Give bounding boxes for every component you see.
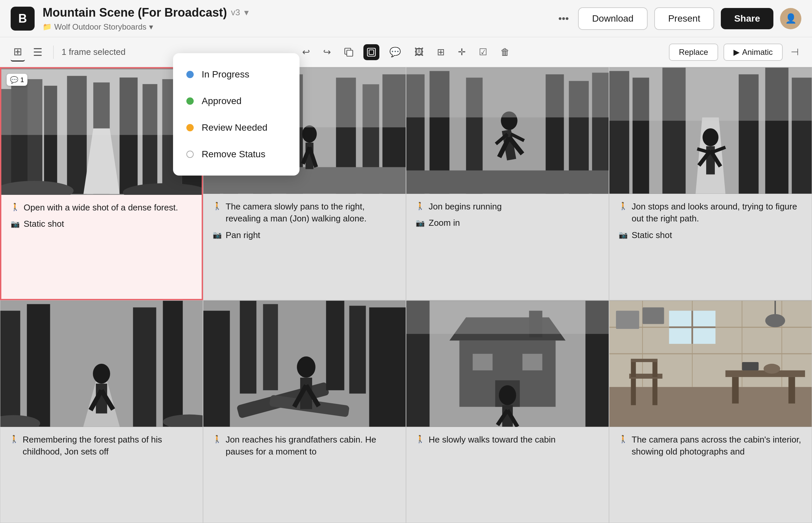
version-chevron-icon[interactable]: ▾ — [244, 8, 248, 17]
svg-rect-69 — [163, 301, 183, 427]
frame-2-camera: 📷 Pan right — [213, 230, 396, 240]
project-title: Mountain Scene (For Broadcast) — [42, 6, 227, 20]
frame-4[interactable]: 🚶 Jon stops and looks around, trying to … — [609, 67, 812, 300]
comment-button[interactable]: 💬 — [386, 43, 404, 61]
svg-rect-129 — [616, 311, 639, 329]
frame-5-image — [0, 301, 203, 427]
frame-1-camera: 📷 Static shot — [11, 219, 192, 229]
logo: B — [11, 7, 35, 31]
toolbar-divider — [53, 46, 54, 59]
frame-5-info: 🚶 Remembering the forest paths of his ch… — [0, 427, 203, 523]
frame-4-action-text: Jon stops and looks around, trying to fi… — [632, 200, 802, 225]
frame-8-image — [609, 301, 812, 427]
version-tag: v3 — [231, 7, 240, 18]
svg-rect-2 — [367, 48, 375, 56]
svg-rect-105 — [609, 387, 812, 427]
breadcrumb-chevron-icon[interactable]: ▾ — [149, 22, 153, 32]
comment-number: 1 — [20, 76, 24, 84]
status-in-progress[interactable]: In Progress — [173, 61, 299, 88]
frame-8-info: 🚶 The camera pans across the cabin's int… — [609, 427, 812, 523]
add-frame-button[interactable]: ⊞ — [434, 43, 448, 61]
delete-button[interactable]: 🗑 — [497, 43, 513, 61]
frame-6-action-text: Jon reaches his grandfathers cabin. He p… — [226, 434, 396, 458]
frame-6-info: 🚶 Jon reaches his grandfathers cabin. He… — [203, 427, 406, 523]
download-button[interactable]: Download — [578, 7, 647, 30]
svg-rect-119 — [631, 379, 636, 405]
grid-view-icon[interactable]: ⊞ — [11, 42, 25, 61]
replace-button[interactable]: Replace — [669, 43, 718, 61]
svg-rect-89 — [349, 306, 366, 394]
play-icon: ▶ — [733, 48, 740, 57]
action-icon: 🚶 — [11, 203, 20, 212]
copy-frame-button[interactable] — [341, 44, 357, 60]
frame-5[interactable]: 🚶 Remembering the forest paths of his ch… — [0, 300, 203, 523]
svg-rect-120 — [653, 379, 658, 405]
comment-indicator: 💬 1 — [7, 74, 27, 86]
action-icon-5: 🚶 — [10, 435, 19, 444]
svg-point-99 — [499, 385, 516, 405]
frame-7[interactable]: 🚶 He slowly walks toward the cabin — [406, 300, 609, 523]
frame-7-action: 🚶 He slowly walks toward the cabin — [416, 434, 599, 446]
frame-2-camera-text: Pan right — [226, 230, 260, 240]
svg-rect-66 — [0, 311, 20, 427]
add-image-button[interactable]: 🖼 — [411, 43, 427, 61]
frame-1[interactable]: 💬 1 🚶 Open with a wide shot of a dense f… — [0, 67, 203, 300]
svg-rect-16 — [1, 69, 202, 135]
svg-rect-40 — [406, 170, 609, 194]
in-progress-label: In Progress — [202, 69, 249, 80]
action-icon-4: 🚶 — [619, 202, 628, 211]
user-avatar[interactable]: 👤 — [780, 8, 801, 29]
action-icon-8: 🚶 — [619, 435, 628, 444]
share-button[interactable]: Share — [721, 8, 773, 29]
approve-button[interactable]: ☑ — [476, 43, 490, 61]
frame-6-image — [203, 301, 406, 427]
frame-8[interactable]: 🚶 The camera pans across the cabin's int… — [609, 300, 812, 523]
frame-4-camera: 📷 Static shot — [619, 230, 802, 240]
folder-icon: 📁 — [42, 23, 52, 31]
present-button[interactable]: Present — [654, 7, 714, 30]
more-button[interactable]: ••• — [556, 10, 572, 27]
move-button[interactable]: ✛ — [454, 43, 469, 61]
undo-button[interactable]: ↩ — [299, 43, 313, 61]
svg-rect-3 — [369, 50, 374, 55]
svg-rect-95 — [522, 354, 542, 371]
svg-rect-78 — [203, 311, 230, 427]
camera-icon-4: 📷 — [619, 231, 628, 239]
svg-rect-123 — [631, 359, 658, 362]
frame-1-image: 💬 1 — [1, 69, 202, 195]
svg-point-70 — [93, 364, 110, 384]
frame-1-action-text: Open with a wide shot of a dense forest. — [24, 201, 178, 214]
camera-icon: 📷 — [11, 220, 20, 229]
frame-3-camera-text: Zoom in — [429, 218, 460, 228]
animatic-button[interactable]: ▶ Animatic — [724, 43, 783, 61]
svg-rect-62 — [609, 68, 812, 121]
svg-rect-67 — [27, 304, 50, 427]
header-right: ••• Download Present Share 👤 — [556, 7, 801, 30]
fit-button[interactable]: ⊣ — [788, 44, 801, 60]
approved-dot — [186, 97, 194, 105]
list-view-icon[interactable]: ☰ — [30, 43, 45, 61]
frame-status-button[interactable] — [363, 44, 379, 60]
redo-button[interactable]: ↪ — [320, 43, 334, 61]
header-left: B Mountain Scene (For Broadcast) v3 ▾ 📁 … — [11, 6, 248, 32]
frame-6[interactable]: 🚶 Jon reaches his grandfathers cabin. He… — [203, 300, 406, 523]
frame-1-info: 🚶 Open with a wide shot of a dense fores… — [1, 195, 202, 299]
status-review-needed[interactable]: Review Needed — [173, 114, 299, 141]
comment-icon: 💬 — [10, 76, 18, 84]
svg-rect-115 — [788, 377, 795, 404]
frame-3[interactable]: 🚶 Jon begins running 📷 Zoom in — [406, 67, 609, 300]
frame-3-action-text: Jon begins running — [429, 200, 502, 213]
remove-status-label: Remove Status — [202, 149, 265, 160]
action-icon-2: 🚶 — [213, 202, 222, 211]
svg-rect-94 — [472, 354, 493, 371]
breadcrumb: 📁 Wolf Outdoor Storyboards ▾ — [42, 22, 248, 32]
frame-7-info: 🚶 He slowly walks toward the cabin — [406, 427, 609, 523]
frame-8-action: 🚶 The camera pans across the cabin's int… — [619, 434, 802, 458]
project-title-row: Mountain Scene (For Broadcast) v3 ▾ — [42, 6, 248, 20]
status-approved[interactable]: Approved — [173, 88, 299, 114]
svg-point-56 — [703, 128, 719, 146]
camera-icon-2: 📷 — [213, 231, 222, 239]
status-remove[interactable]: Remove Status — [173, 141, 299, 167]
action-icon-6: 🚶 — [213, 435, 222, 444]
top-header: B Mountain Scene (For Broadcast) v3 ▾ 📁 … — [0, 0, 812, 37]
